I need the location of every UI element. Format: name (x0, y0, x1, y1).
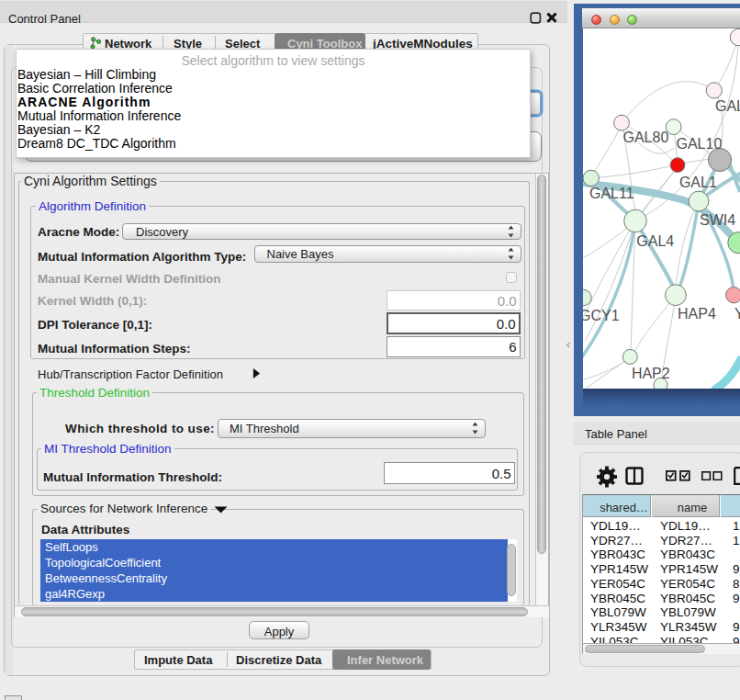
svg-text:GAL11: GAL11 (589, 186, 634, 201)
svg-text:GAL80: GAL80 (623, 130, 669, 145)
svg-text:GAL4: GAL4 (636, 233, 674, 249)
svg-text:GCY1: GCY1 (583, 308, 620, 323)
svg-text:HAP2: HAP2 (632, 366, 670, 381)
svg-text:Y: Y (734, 306, 740, 322)
svg-text:GAL: GAL (715, 98, 740, 114)
svg-text:SWI4: SWI4 (700, 212, 735, 228)
svg-text:GAL1: GAL1 (679, 175, 717, 190)
svg-text:HAP4: HAP4 (678, 306, 716, 322)
svg-text:GAL10: GAL10 (677, 136, 723, 152)
